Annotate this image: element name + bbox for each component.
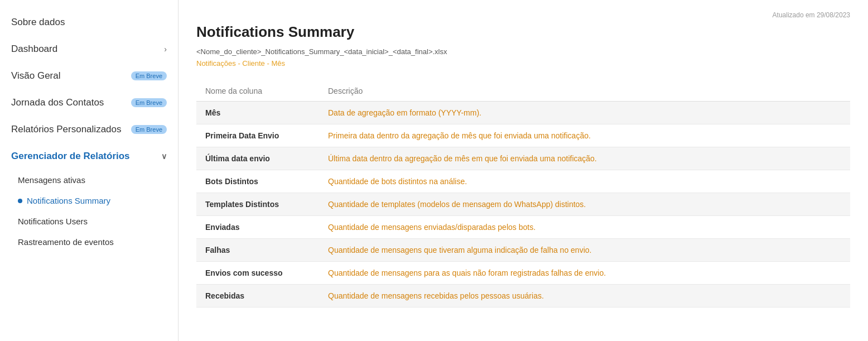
sidebar-sub-label-rastreamento: Rastreamento de eventos xyxy=(18,237,114,247)
sidebar: Sobre dados Dashboard › Visão Geral Em B… xyxy=(0,0,179,341)
chevron-right-icon: › xyxy=(164,45,167,54)
chevron-down-icon: ∨ xyxy=(161,152,167,161)
table-cell-name: Mês xyxy=(196,102,319,124)
table-cell-name: Falhas xyxy=(196,239,319,262)
sidebar-item-jornada-contatos[interactable]: Jornada dos Contatos Em Breve xyxy=(0,89,178,116)
sidebar-item-visao-geral-label: Visão Geral xyxy=(11,70,61,81)
sidebar-sub-label-notifications-summary: Notifications Summary xyxy=(27,196,110,205)
active-dot-icon xyxy=(18,199,22,203)
table-cell-name: Templates Distintos xyxy=(196,193,319,216)
table-cell-description: Quantidade de templates (modelos de mens… xyxy=(319,193,850,216)
table-row: Primeira Data EnvioPrimeira data dentro … xyxy=(196,124,850,147)
table-row: FalhasQuantidade de mensagens que tivera… xyxy=(196,239,850,262)
sidebar-item-relatorios-label: Relatórios Personalizados xyxy=(11,124,122,135)
em-breve-badge-jornada: Em Breve xyxy=(131,98,167,107)
table-cell-description: Data de agregação em formato (YYYY-mm). xyxy=(319,102,850,124)
sidebar-item-notifications-users[interactable]: Notifications Users xyxy=(0,211,178,232)
em-breve-badge-relatorios: Em Breve xyxy=(131,125,167,134)
table-row: Última data envioÚltima data dentro da a… xyxy=(196,147,850,170)
sidebar-item-notifications-summary[interactable]: Notifications Summary xyxy=(0,190,178,211)
table-header-description: Descrição xyxy=(319,81,850,102)
table-cell-description: Quantidade de mensagens para as quais nã… xyxy=(319,262,850,285)
sidebar-item-mensagens-ativas[interactable]: Mensagens ativas xyxy=(0,170,178,190)
table-row: EnviadasQuantidade de mensagens enviadas… xyxy=(196,216,850,239)
table-row: RecebidasQuantidade de mensagens recebid… xyxy=(196,285,850,308)
sidebar-item-gerenciador[interactable]: Gerenciador de Relatórios ∨ xyxy=(0,143,178,170)
table-cell-description: Quantidade de mensagens enviadas/dispara… xyxy=(319,216,850,239)
main-content: Atualizado em 29/08/2023 Notifications S… xyxy=(179,0,868,341)
table-row: MêsData de agregação em formato (YYYY-mm… xyxy=(196,102,850,124)
table-cell-name: Recebidas xyxy=(196,285,319,308)
table-row: Bots DistintosQuantidade de bots distint… xyxy=(196,170,850,193)
table-cell-name: Última data envio xyxy=(196,147,319,170)
sidebar-item-gerenciador-label: Gerenciador de Relatórios xyxy=(11,151,130,162)
sidebar-sub-section: Mensagens ativas Notifications Summary N… xyxy=(0,170,178,252)
sidebar-sub-label-notifications-users: Notifications Users xyxy=(18,217,88,226)
table-cell-description: Quantidade de mensagens recebidas pelos … xyxy=(319,285,850,308)
update-timestamp: Atualizado em 29/08/2023 xyxy=(196,11,850,19)
table-cell-name: Bots Distintos xyxy=(196,170,319,193)
table-cell-description: Quantidade de bots distintos na análise. xyxy=(319,170,850,193)
table-row: Templates DistintosQuantidade de templat… xyxy=(196,193,850,216)
table-cell-name: Envios com sucesso xyxy=(196,262,319,285)
table-row: Envios com sucessoQuantidade de mensagen… xyxy=(196,262,850,285)
sidebar-item-dashboard[interactable]: Dashboard › xyxy=(0,36,178,63)
sidebar-item-visao-geral[interactable]: Visão Geral Em Breve xyxy=(0,63,178,89)
em-breve-badge-visao: Em Breve xyxy=(131,71,167,80)
sidebar-item-jornada-label: Jornada dos Contatos xyxy=(11,97,104,108)
sidebar-item-relatorios-personalizados[interactable]: Relatórios Personalizados Em Breve xyxy=(0,116,178,143)
table-cell-name: Enviadas xyxy=(196,216,319,239)
table-cell-name: Primeira Data Envio xyxy=(196,124,319,147)
breadcrumb: Notificações - Cliente - Mês xyxy=(196,59,850,68)
data-table: Nome da coluna Descrição MêsData de agre… xyxy=(196,81,850,308)
table-cell-description: Quantidade de mensagens que tiveram algu… xyxy=(319,239,850,262)
sidebar-item-sobre-dados-label: Sobre dados xyxy=(11,17,65,28)
page-title: Notifications Summary xyxy=(196,23,850,41)
table-cell-description: Última data dentro da agregação de mês e… xyxy=(319,147,850,170)
sidebar-item-sobre-dados[interactable]: Sobre dados xyxy=(0,9,178,36)
sidebar-item-dashboard-label: Dashboard xyxy=(11,44,57,55)
table-header-name: Nome da coluna xyxy=(196,81,319,102)
file-name: <Nome_do_cliente>_Notifications_Summary_… xyxy=(196,47,850,56)
table-cell-description: Primeira data dentro da agregação de mês… xyxy=(319,124,850,147)
sidebar-item-rastreamento[interactable]: Rastreamento de eventos xyxy=(0,232,178,252)
sidebar-sub-label-mensagens: Mensagens ativas xyxy=(18,175,85,185)
